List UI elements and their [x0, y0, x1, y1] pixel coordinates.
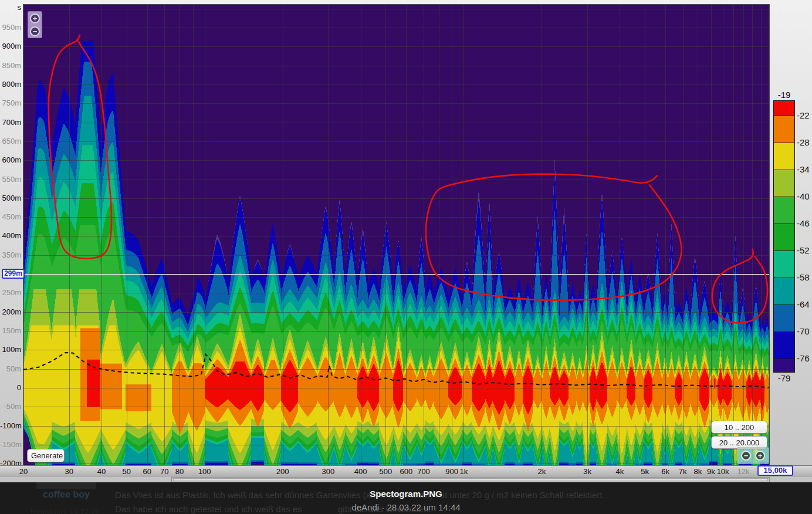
frequency-cursor-value-box[interactable]: 15,00k: [757, 465, 793, 476]
y-tick-label: 0: [0, 384, 21, 392]
legend-scale-label: -28: [797, 137, 810, 147]
x-tick-label: 200: [276, 467, 289, 476]
generate-button[interactable]: Generate: [27, 449, 65, 462]
legend-scale-label: -52: [797, 245, 810, 255]
legend-scale-label: -46: [797, 218, 810, 228]
x-tick-label: 7k: [679, 467, 687, 476]
x-tick-label: 80: [175, 467, 184, 476]
legend-color-block: [774, 359, 794, 372]
forum-post-text: Das habe ich auch getestet und ich weiß …: [115, 504, 302, 514]
x-tick-label: 10k: [717, 467, 729, 476]
zoom-in-button[interactable]: +: [755, 451, 765, 461]
zoom-out-button[interactable]: −: [30, 26, 40, 36]
x-tick-label: 70: [160, 467, 168, 476]
y-axis-unit-label: s: [0, 3, 21, 12]
legend-scale-label: -70: [797, 326, 810, 336]
y-tick-label: 450m: [0, 213, 21, 221]
zoom-out-button[interactable]: −: [741, 451, 751, 461]
legend-color-block: [774, 101, 794, 116]
x-tick-label: 5k: [641, 467, 649, 476]
legend-scale-label: -76: [797, 353, 810, 363]
legend-color-block: [774, 116, 794, 143]
time-cursor-value-box[interactable]: 299m: [2, 269, 25, 279]
x-tick-label: 3k: [583, 467, 591, 476]
range-button-10-200[interactable]: 10 .. 200: [711, 421, 767, 434]
y-tick-label: -150m: [0, 441, 21, 449]
legend-scale-label: -58: [797, 272, 810, 282]
legend-color-block: [774, 305, 794, 332]
legend-color-block: [774, 224, 794, 251]
zoom-panel-bottom-right: − +: [737, 447, 769, 464]
y-tick-label: 250m: [0, 289, 21, 297]
y-tick-label: 700m: [0, 119, 21, 127]
legend-scale-label: -64: [797, 299, 810, 309]
x-tick-label: 4k: [615, 467, 624, 476]
horizontal-scrollbar[interactable]: [171, 477, 770, 482]
x-tick-label: 2k: [538, 467, 546, 476]
y-tick-label: 50m: [0, 365, 21, 373]
legend-max-label: -19: [773, 90, 795, 100]
legend-min-label: -79: [773, 373, 795, 383]
y-tick-label: 100m: [0, 346, 21, 354]
y-tick-label: 750m: [0, 99, 21, 107]
y-tick-label: 400m: [0, 232, 21, 240]
y-tick-label: 200m: [0, 308, 21, 316]
y-tick-label: 350m: [0, 251, 21, 259]
spectrogram-canvas[interactable]: [23, 5, 769, 465]
y-tick-label: 900m: [0, 42, 21, 50]
y-tick-label: -50m: [0, 403, 21, 411]
spectrogram-app: s 950m900m850m800m750m700m650m600m550m50…: [0, 0, 812, 482]
forum-username: coffee boy: [31, 489, 102, 500]
legend-color-bar: [773, 100, 795, 373]
legend-color-block: [774, 332, 794, 359]
legend-color-block: [774, 143, 794, 170]
forum-registered-date: Registriert: 14.12.18: [31, 507, 124, 514]
scrollbar-thumb[interactable]: [173, 478, 768, 481]
legend-color-block: [774, 170, 794, 197]
legend-color-block: [774, 197, 794, 224]
zoom-panel-top-left: + −: [28, 11, 42, 38]
x-tick-label: 50: [123, 467, 131, 476]
legend-scale-label: -22: [797, 110, 810, 120]
x-tick-label: 300: [322, 467, 335, 476]
legend-scale-label: -34: [797, 164, 810, 174]
x-tick-label: 1k: [460, 467, 468, 476]
x-axis: 203040506070801002003004005006007009001k…: [0, 465, 812, 477]
lightbox-caption-bar: coffee boy Registriert: 14.12.18 Das Vli…: [0, 482, 812, 514]
x-tick-label: 6k: [661, 467, 669, 476]
x-tick-label: 500: [380, 467, 393, 476]
image-title: Spectogram.PNG: [370, 489, 442, 499]
legend-color-block: [774, 251, 794, 278]
y-tick-label: 950m: [0, 23, 21, 32]
x-tick-label: 12k: [737, 467, 750, 476]
image-byline: deAndi · 28.03.22 um 14:44: [351, 502, 460, 512]
y-tick-label: 500m: [0, 194, 21, 202]
x-tick-label: 400: [354, 467, 367, 476]
forum-post-text: Das Vlies ist aus Plastik. Ich weiß das …: [115, 490, 605, 500]
y-tick-label: 650m: [0, 137, 21, 146]
x-tick-label: 700: [417, 467, 430, 476]
x-tick-label: 8k: [693, 467, 702, 476]
x-tick-label: 100: [198, 467, 211, 476]
legend-color-block: [774, 278, 794, 305]
x-tick-label: 60: [143, 467, 151, 476]
x-tick-label: 9k: [707, 467, 715, 476]
y-tick-label: 550m: [0, 175, 21, 184]
x-tick-label: 20: [19, 467, 28, 476]
legend-scale-label: -40: [797, 191, 810, 201]
y-tick-label: 850m: [0, 62, 21, 70]
x-tick-label: 30: [65, 467, 73, 476]
y-tick-label: -100m: [0, 422, 21, 430]
y-tick-label: 800m: [0, 80, 21, 89]
y-tick-label: 150m: [0, 327, 21, 335]
x-tick-label: 900: [445, 467, 458, 476]
x-tick-label: 40: [97, 467, 106, 476]
zoom-in-button[interactable]: +: [30, 13, 40, 23]
y-tick-label: 600m: [0, 156, 21, 164]
x-tick-label: 600: [400, 467, 413, 476]
screenshot-stage: s 950m900m850m800m750m700m650m600m550m50…: [0, 0, 812, 514]
avatar: [36, 482, 96, 489]
